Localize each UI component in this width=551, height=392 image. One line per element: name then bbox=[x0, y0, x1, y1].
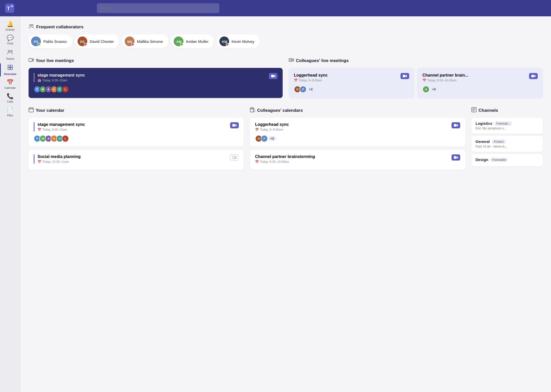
collaborators-icon bbox=[29, 23, 34, 30]
colleagues-cal-icon: + bbox=[250, 107, 255, 114]
colleague-meeting-loggerhead[interactable]: Loggerhead sync 📅 Today, 9–9:45am bbox=[289, 68, 414, 98]
channels-title-label: Channels bbox=[479, 108, 498, 113]
colleague-avatars-2: A +4 bbox=[422, 86, 538, 93]
sidebar-item-calls[interactable]: 📞 Calls bbox=[0, 91, 20, 105]
status-online-amber bbox=[180, 43, 183, 46]
colleague-avatar-1b: P bbox=[299, 86, 307, 93]
channels-icon bbox=[471, 107, 477, 114]
collaborator-name-david: David Chester bbox=[90, 39, 114, 44]
colleagues-cal-event-channel[interactable]: Channel partner brainstorming 📅 Today, 9… bbox=[250, 150, 465, 170]
svg-rect-26 bbox=[531, 75, 534, 77]
calendar-small-icon: 📅 bbox=[37, 79, 41, 82]
channel-design[interactable]: Design Frameable bbox=[471, 154, 543, 166]
svg-rect-6 bbox=[10, 65, 12, 67]
colleague-avatar-2a: A bbox=[422, 86, 430, 93]
plus-badge-1: +2 bbox=[307, 87, 315, 92]
colleagues-cal-loggerhead-time: 📅 Today, 9–9:45am bbox=[255, 128, 289, 131]
channel-logistics[interactable]: Logistics Frameab... Eric: My symptoms v… bbox=[471, 118, 543, 134]
your-live-meetings-label: Your live meetings bbox=[36, 58, 74, 63]
channels-col: Channels Logistics Frameab... Eric: My s… bbox=[471, 107, 543, 170]
status-busy-kevin bbox=[226, 43, 229, 46]
svg-rect-33 bbox=[454, 124, 456, 127]
collaborator-david[interactable]: DC David Chester bbox=[75, 34, 119, 48]
overview-icon bbox=[7, 64, 13, 71]
live-meeting-card-dark[interactable]: stage management sync 📅 Today, 9:30–10am… bbox=[29, 68, 283, 98]
collaborator-name-mallika: Mallika Simone bbox=[137, 39, 163, 44]
sidebar-label-chat: Chat bbox=[7, 42, 13, 45]
colleagues-cal-loggerhead-title: Loggerhead sync bbox=[255, 122, 289, 127]
colleagues-cal-avatars-1: D P +2 bbox=[255, 135, 460, 142]
plus-badge-2: +4 bbox=[430, 87, 438, 92]
colleagues-cal-join-2[interactable] bbox=[452, 154, 460, 161]
colleagues-calendar-col: + Colleagues' calendars Loggerhead sync … bbox=[250, 107, 465, 170]
collaborator-pablo[interactable]: PS Pablo Scasso bbox=[29, 34, 72, 48]
cal-event-stage[interactable]: stage management sync 📅 Today, 9:30–10am bbox=[29, 118, 244, 147]
collaborator-name-kevin: Kevin Mulvey bbox=[232, 39, 254, 44]
channel-general-preview: Paul: Hi all – below is... bbox=[475, 145, 539, 148]
colleague-meeting-loggerhead-time: 📅 Today, 9–9:45am bbox=[294, 79, 328, 82]
bell-icon: 🔔 bbox=[7, 21, 14, 27]
collaborator-amber[interactable]: AM Amber Muller bbox=[171, 34, 214, 48]
calendar-channels-section: Your calendar stage management sync 📅 To… bbox=[29, 107, 543, 170]
avatar-pablo: PS bbox=[31, 36, 41, 46]
sidebar-item-activity[interactable]: 🔔 Activity bbox=[0, 19, 20, 33]
video-icon bbox=[29, 57, 34, 64]
colleagues-cal-channel-title: Channel partner brainstorming bbox=[255, 154, 315, 159]
colleagues-plus-badge-1: +2 bbox=[268, 136, 276, 141]
svg-text:T: T bbox=[7, 6, 10, 11]
sidebar-item-teams[interactable]: Teams bbox=[0, 47, 20, 62]
colleagues-cal-join-1[interactable] bbox=[452, 122, 460, 128]
svg-rect-29 bbox=[232, 156, 235, 159]
status-online bbox=[37, 43, 41, 46]
sidebar-label-files: Files bbox=[7, 114, 13, 117]
sidebar-item-chat[interactable]: 💬 Chat bbox=[0, 33, 20, 47]
svg-rect-25 bbox=[403, 75, 405, 77]
chat-icon: 💬 bbox=[7, 35, 14, 41]
teams-logo: T bbox=[4, 3, 15, 14]
channel-design-tag: Frameable bbox=[490, 158, 508, 162]
join-meeting-button[interactable] bbox=[269, 73, 278, 79]
frequent-collaborators-title: Frequent collaborators bbox=[36, 24, 83, 30]
sidebar: 🔔 Activity 💬 Chat Teams bbox=[0, 16, 20, 392]
svg-text:+: + bbox=[254, 111, 255, 112]
svg-point-10 bbox=[32, 24, 33, 26]
channels-list: Logistics Frameab... Eric: My symptoms v… bbox=[471, 118, 543, 166]
sidebar-label-calendar: Calendar bbox=[4, 86, 16, 89]
sidebar-label-activity: Activity bbox=[6, 28, 15, 31]
channels-title-row: Channels bbox=[471, 107, 543, 114]
live-meetings-section: Your live meetings stage management sync… bbox=[29, 57, 543, 98]
cal-av-6: L bbox=[62, 135, 69, 142]
collaborator-mallika[interactable]: MS Mallika Simone bbox=[122, 34, 168, 48]
cal-stage-avatars: P M A K D L bbox=[34, 135, 239, 142]
files-icon: 📄 bbox=[7, 107, 14, 113]
live-meeting-time: 📅 Today, 9:30–10am bbox=[37, 79, 85, 82]
svg-rect-21 bbox=[29, 58, 32, 62]
cal-event-social-title: Social media planning bbox=[37, 154, 81, 159]
cal-event-social-time: 📅 Today, 10:30–11am bbox=[37, 160, 81, 164]
svg-point-24 bbox=[290, 59, 291, 60]
colleague-join-button-2[interactable] bbox=[529, 73, 538, 79]
topbar: T bbox=[0, 0, 551, 16]
sidebar-item-calendar[interactable]: 📅 Calendar bbox=[0, 78, 20, 91]
svg-text:PS: PS bbox=[34, 40, 38, 44]
cal-join-button-1[interactable] bbox=[230, 122, 239, 128]
main-content: Frequent collaborators PS Pablo Scasso D… bbox=[20, 16, 551, 392]
colleagues-cal-event-loggerhead[interactable]: Loggerhead sync 📅 Today, 9–9:45am bbox=[250, 118, 465, 147]
colleagues-calendar-title-row: + Colleagues' calendars bbox=[250, 107, 465, 114]
cal-event-stage-title: stage management sync bbox=[37, 122, 85, 127]
channel-general[interactable]: General Product Paul: Hi all – below is.… bbox=[471, 136, 543, 152]
cal-event-social[interactable]: Social media planning 📅 Today, 10:30–11a… bbox=[29, 150, 244, 170]
search-input[interactable] bbox=[97, 3, 219, 13]
collaborator-kevin[interactable]: KM Kevin Mulvey bbox=[217, 34, 259, 48]
collaborator-name-pablo: Pablo Scasso bbox=[43, 39, 67, 44]
your-live-meetings-title-row: Your live meetings bbox=[29, 57, 283, 64]
colleague-meeting-channel[interactable]: Channel partner brain... 📅 Today, 9:30–1… bbox=[417, 68, 543, 98]
sidebar-item-overview[interactable]: Overview bbox=[0, 62, 20, 78]
cal-event-stage-time: 📅 Today, 9:30–10am bbox=[37, 128, 85, 131]
svg-rect-5 bbox=[8, 65, 10, 67]
live-meeting-title: stage management sync bbox=[37, 73, 85, 78]
sidebar-item-files[interactable]: 📄 Files bbox=[0, 105, 20, 119]
colleague-meeting-channel-title: Channel partner brain... bbox=[422, 73, 468, 78]
your-calendar-label: Your calendar bbox=[36, 108, 64, 113]
colleague-join-button-1[interactable] bbox=[400, 73, 409, 79]
